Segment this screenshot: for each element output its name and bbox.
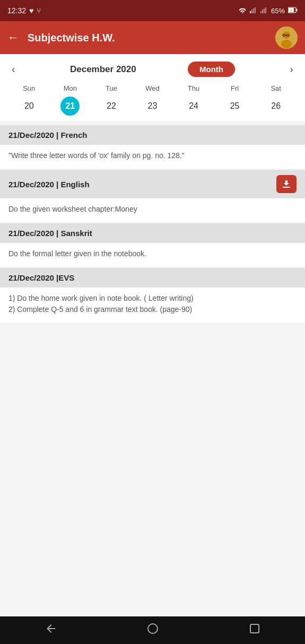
download-button-english[interactable] bbox=[276, 175, 297, 193]
day-26[interactable]: 26 bbox=[266, 97, 285, 116]
day-22[interactable]: 22 bbox=[102, 97, 121, 116]
back-button[interactable]: ← bbox=[7, 31, 19, 45]
status-bar: 12:32 ♥ ⑂ 65% bbox=[0, 0, 305, 21]
avatar[interactable] bbox=[275, 27, 298, 49]
nav-recent-button[interactable] bbox=[249, 623, 260, 638]
usb-icon: ⑂ bbox=[37, 6, 41, 15]
day-row: 20 21 22 23 24 25 26 bbox=[8, 97, 297, 116]
calendar-section: ‹ December 2020 Month › Sun Mon Tue Wed … bbox=[0, 54, 305, 121]
hw-title-evs: 21/Dec/2020 |EVS bbox=[8, 273, 74, 282]
day-header-wed: Wed bbox=[132, 83, 173, 93]
hw-body-sanskrit: Do the formal letter given in the notebo… bbox=[0, 243, 305, 267]
page-title: Subjectwise H.W. bbox=[28, 32, 267, 44]
hw-header-french: 21/Dec/2020 | French bbox=[0, 125, 305, 145]
day-header-fri: Fri bbox=[214, 83, 256, 93]
svg-point-19 bbox=[148, 624, 158, 633]
network-icon bbox=[260, 7, 268, 15]
day-header-thu: Thu bbox=[173, 83, 214, 93]
battery-icon: ⚡ bbox=[288, 7, 298, 15]
homework-list: 21/Dec/2020 | French "Write three letter… bbox=[0, 125, 305, 324]
hw-item-evs: 21/Dec/2020 |EVS 1) Do the home work giv… bbox=[0, 268, 305, 323]
day-24[interactable]: 24 bbox=[184, 97, 203, 116]
nav-home-button[interactable] bbox=[146, 622, 159, 638]
day-25[interactable]: 25 bbox=[225, 97, 245, 116]
svg-rect-20 bbox=[250, 624, 259, 633]
svg-rect-18 bbox=[283, 187, 290, 188]
hw-header-evs: 21/Dec/2020 |EVS bbox=[0, 268, 305, 288]
svg-rect-6 bbox=[264, 8, 265, 13]
nav-back-button[interactable] bbox=[45, 622, 57, 638]
status-time: 12:32 bbox=[7, 6, 26, 15]
hw-header-sanskrit: 21/Dec/2020 | Sanskrit bbox=[0, 223, 305, 243]
hw-title-french: 21/Dec/2020 | French bbox=[8, 130, 87, 140]
day-header-sun: Sun bbox=[8, 83, 50, 93]
hw-title-sanskrit: 21/Dec/2020 | Sanskrit bbox=[8, 229, 92, 238]
svg-rect-5 bbox=[262, 10, 263, 13]
hw-title-english: 21/Dec/2020 | English bbox=[8, 180, 90, 189]
hw-item-french: 21/Dec/2020 | French "Write three letter… bbox=[0, 125, 305, 169]
hw-body-evs: 1) Do the home work given in note book. … bbox=[0, 288, 305, 323]
day-header-sat: Sat bbox=[255, 83, 297, 93]
day-header-mon: Mon bbox=[50, 83, 91, 93]
signal-icon bbox=[250, 7, 257, 15]
hw-body-english: Do the given worksheet chapter:Money bbox=[0, 198, 305, 222]
svg-point-14 bbox=[281, 40, 292, 48]
month-nav: ‹ December 2020 Month › bbox=[8, 62, 297, 77]
hw-item-sanskrit: 21/Dec/2020 | Sanskrit Do the formal let… bbox=[0, 223, 305, 267]
wifi-icon bbox=[238, 7, 247, 15]
app-bar: ← Subjectwise H.W. bbox=[0, 21, 305, 54]
spacer bbox=[0, 324, 305, 616]
month-year-label: December 2020 bbox=[70, 64, 136, 75]
hw-item-english: 21/Dec/2020 | English Do the given works… bbox=[0, 170, 305, 222]
svg-rect-7 bbox=[265, 7, 266, 13]
svg-text:⚡: ⚡ bbox=[289, 8, 293, 13]
svg-rect-4 bbox=[260, 11, 262, 13]
day-23[interactable]: 23 bbox=[143, 97, 162, 116]
svg-rect-9 bbox=[297, 8, 298, 11]
day-headers: Sun Mon Tue Wed Thu Fri Sat bbox=[8, 83, 297, 93]
day-header-tue: Tue bbox=[91, 83, 132, 93]
svg-rect-3 bbox=[255, 7, 256, 13]
prev-month-button[interactable]: ‹ bbox=[8, 62, 19, 76]
svg-rect-1 bbox=[251, 10, 252, 13]
svg-rect-0 bbox=[250, 11, 251, 13]
svg-rect-2 bbox=[253, 8, 254, 13]
day-21[interactable]: 21 bbox=[60, 97, 80, 116]
bottom-nav bbox=[0, 616, 305, 644]
hw-header-english: 21/Dec/2020 | English bbox=[0, 170, 305, 198]
heart-icon: ♥ bbox=[29, 6, 33, 15]
day-20[interactable]: 20 bbox=[20, 97, 39, 116]
battery-percent: 65% bbox=[271, 7, 285, 15]
hw-body-french: "Write three letter words of 'ox' family… bbox=[0, 145, 305, 169]
next-month-button[interactable]: › bbox=[286, 62, 297, 76]
month-view-button[interactable]: Month bbox=[188, 62, 235, 77]
